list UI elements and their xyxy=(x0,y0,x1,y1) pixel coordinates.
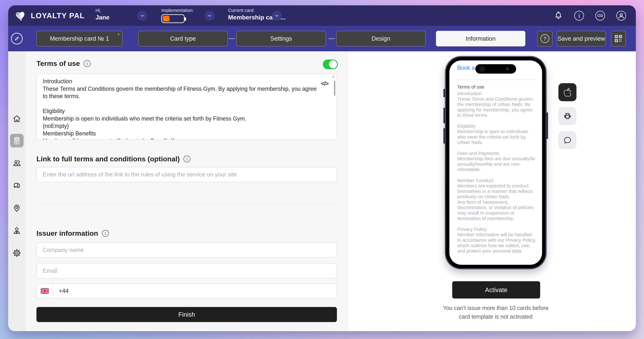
content-area: Terms of use i Introduction These Terms … xyxy=(8,51,636,331)
phone-bezel: Book a Class Terms of use Introduction T… xyxy=(446,57,546,268)
card-pass-icon xyxy=(12,136,21,145)
terms-info-icon[interactable]: i xyxy=(84,60,91,67)
sidebar-item-home[interactable] xyxy=(10,112,24,125)
information-form: Terms of use i Introduction These Terms … xyxy=(26,51,348,331)
phone-power-button xyxy=(546,112,548,139)
question-icon: ? xyxy=(540,34,549,43)
implementation-indicator: Implementation: xyxy=(161,8,194,23)
sidebar-item-cards[interactable] xyxy=(10,134,24,147)
screen-terms-title: Terms of use xyxy=(457,84,484,90)
implementation-chevron-icon[interactable] xyxy=(204,11,214,21)
save-and-preview-label: Save and preview xyxy=(558,35,605,42)
terms-toggle[interactable] xyxy=(323,59,338,69)
manager-icon xyxy=(12,226,21,235)
tab-card-type-label: Card type xyxy=(170,35,196,42)
info-icon[interactable]: i xyxy=(574,11,584,20)
country-flag-uk-icon[interactable] xyxy=(37,284,53,298)
terms-header: Terms of use i xyxy=(36,59,91,68)
gear-icon xyxy=(12,249,21,258)
code-variables-icon[interactable]: </> xyxy=(321,80,328,87)
home-icon xyxy=(12,114,21,123)
preview-panel: Book a Class Terms of use Introduction T… xyxy=(348,51,636,331)
section-divider xyxy=(36,203,337,204)
tab-settings[interactable]: Settings xyxy=(236,31,326,46)
camera-lens-icon xyxy=(480,66,485,72)
screen-terms-body: Introduction These Terms and Conditions … xyxy=(457,91,536,254)
users-icon xyxy=(12,159,21,168)
sidebar-item-messages[interactable] xyxy=(10,179,24,192)
user-name: Jane xyxy=(96,14,110,21)
dynamic-island xyxy=(475,64,516,74)
user-menu-chevron-icon[interactable] xyxy=(137,11,147,21)
step-connector xyxy=(228,38,235,39)
current-card-chevron-icon[interactable] xyxy=(272,11,282,21)
qr-code-icon xyxy=(614,34,623,43)
company-name-input[interactable] xyxy=(36,243,337,258)
user-greeting: Hi, Jane xyxy=(96,8,110,21)
tab-design[interactable]: Design xyxy=(336,31,426,46)
terms-title: Terms of use xyxy=(36,59,80,68)
account-avatar-icon[interactable] xyxy=(616,11,626,20)
topbar-actions: i Gb xyxy=(554,5,626,26)
terms-textarea-wrap: Introduction These Terms and Conditions … xyxy=(36,74,337,140)
sidebar-item-settings[interactable] xyxy=(10,246,24,260)
notifications-bell-icon[interactable] xyxy=(554,11,563,20)
platform-chat-button[interactable] xyxy=(558,131,576,149)
tab-card-type[interactable]: Card type xyxy=(138,31,228,46)
tab-settings-label: Settings xyxy=(270,35,292,42)
activate-button[interactable]: Activate xyxy=(452,281,540,299)
platform-ios-button[interactable] xyxy=(558,83,576,101)
sidebar-item-locations[interactable] xyxy=(10,201,24,215)
phone-number-input[interactable] xyxy=(53,284,336,298)
edit-pencil-icon[interactable] xyxy=(11,33,22,44)
issuer-title: Issuer information xyxy=(36,229,98,238)
link-title: Link to full terms and conditions (optio… xyxy=(36,155,180,163)
issuer-header: Issuer information i xyxy=(36,229,109,238)
toggle-knob xyxy=(329,60,337,68)
phone-volume-down-button xyxy=(444,128,445,144)
card-name-label: Membership card № 1 xyxy=(50,35,109,42)
sidebar-item-customers[interactable] xyxy=(10,156,24,170)
sidebar xyxy=(8,51,26,331)
app-window: LOYALTY PAL Hi, Jane Implementation: Cur… xyxy=(8,5,636,331)
terms-required-marker: * xyxy=(332,74,334,80)
save-and-preview-button[interactable]: Save and preview xyxy=(557,31,606,46)
terms-textarea[interactable]: Introduction These Terms and Conditions … xyxy=(37,74,336,139)
wizard-toolbar: Membership card № 1 * Card type Settings… xyxy=(8,26,636,51)
required-marker: * xyxy=(118,32,120,39)
screen-divider xyxy=(456,80,536,80)
app-logo: LOYALTY PAL xyxy=(15,5,85,26)
issuer-info-icon[interactable]: i xyxy=(102,230,109,237)
phone-screen: Book a Class Terms of use Introduction T… xyxy=(450,60,542,265)
loyalty-pal-heart-icon xyxy=(14,9,28,22)
implementation-progress-bar xyxy=(161,14,184,23)
sidebar-item-managers[interactable] xyxy=(10,224,24,237)
chat-bubbles-icon xyxy=(12,181,21,190)
language-icon[interactable]: Gb xyxy=(595,11,605,20)
terms-url-input[interactable] xyxy=(36,167,337,182)
email-input[interactable] xyxy=(36,263,337,278)
sensor-dot-icon xyxy=(506,67,509,71)
android-icon xyxy=(563,112,572,121)
activation-note: You can't issue more than 10 cards befor… xyxy=(441,304,551,321)
link-info-icon[interactable]: i xyxy=(184,156,190,162)
tab-information-label: Information xyxy=(466,35,496,42)
link-header: Link to full terms and conditions (optio… xyxy=(36,155,190,163)
help-button[interactable]: ? xyxy=(537,31,552,46)
step-connector xyxy=(328,38,335,39)
phone-mute-switch xyxy=(444,89,445,97)
logo-text: LOYALTY PAL xyxy=(31,11,85,20)
topbar: LOYALTY PAL Hi, Jane Implementation: Cur… xyxy=(8,5,636,26)
greeting-label: Hi, xyxy=(96,8,110,13)
location-pin-icon xyxy=(12,204,21,213)
chat-bubble-icon xyxy=(563,136,572,145)
card-name-button[interactable]: Membership card № 1 * xyxy=(36,31,122,46)
platform-android-button[interactable] xyxy=(558,107,576,125)
textarea-scrollbar[interactable] xyxy=(334,81,335,96)
finish-button[interactable]: Finish xyxy=(36,307,337,322)
implementation-label: Implementation: xyxy=(161,8,194,13)
tab-information[interactable]: Information xyxy=(436,31,526,46)
phone-mockup: Book a Class Terms of use Introduction T… xyxy=(445,56,546,269)
desktop-background: LOYALTY PAL Hi, Jane Implementation: Cur… xyxy=(0,0,644,339)
qr-code-button[interactable] xyxy=(611,31,626,46)
